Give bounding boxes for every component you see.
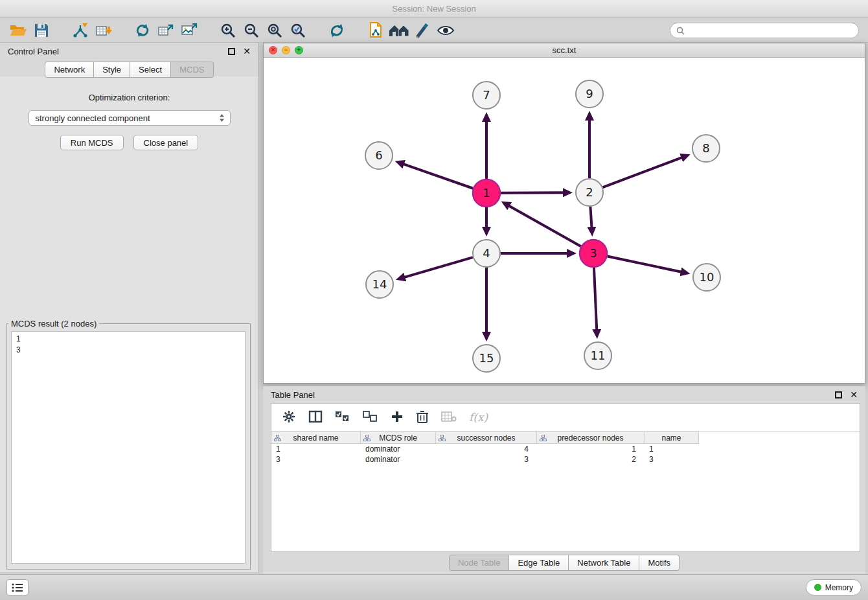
tab-select[interactable]: Select bbox=[130, 62, 171, 78]
minimize-window-icon[interactable]: − bbox=[282, 46, 290, 54]
tab-network-table[interactable]: Network Table bbox=[569, 555, 639, 571]
float-panel-icon[interactable] bbox=[228, 48, 235, 55]
network-window-titlebar: ✕ − + scc.txt bbox=[264, 43, 865, 58]
zoom-out-button[interactable] bbox=[240, 20, 263, 41]
graph-edge[interactable] bbox=[501, 192, 564, 193]
trash-icon bbox=[416, 410, 429, 424]
graph-edge[interactable] bbox=[603, 157, 682, 187]
select-all-icon bbox=[335, 411, 350, 422]
table-panel: Table Panel ✕ f(x) shared name MCDS role… bbox=[263, 386, 865, 574]
column-header-shared-name[interactable]: shared name bbox=[271, 432, 361, 444]
graph-node-label: 15 bbox=[479, 351, 494, 365]
control-panel-header: Control Panel ✕ bbox=[0, 43, 258, 60]
graph-edge[interactable] bbox=[404, 257, 472, 277]
close-table-panel-icon[interactable]: ✕ bbox=[850, 389, 858, 400]
search-field[interactable] bbox=[670, 23, 859, 38]
open-folder-icon bbox=[9, 23, 27, 38]
graph-node-label: 10 bbox=[700, 270, 714, 284]
graph-edge[interactable] bbox=[608, 257, 681, 272]
tab-mcds[interactable]: MCDS bbox=[171, 62, 213, 78]
column-header-mcds-role[interactable]: MCDS role bbox=[361, 432, 436, 444]
tab-network[interactable]: Network bbox=[45, 62, 94, 78]
gear-icon bbox=[282, 410, 296, 424]
table-row[interactable]: 3 dominator 3 2 3 bbox=[271, 454, 860, 465]
add-icon bbox=[391, 410, 404, 423]
clone-network-icon bbox=[367, 21, 384, 40]
zoom-selected-button[interactable] bbox=[286, 20, 310, 41]
graph-edge[interactable] bbox=[509, 206, 581, 247]
import-table-icon bbox=[95, 22, 112, 39]
column-header-name[interactable]: name bbox=[645, 432, 699, 444]
import-network-button[interactable] bbox=[69, 20, 92, 41]
clone-network-button[interactable] bbox=[364, 20, 387, 41]
save-session-button[interactable] bbox=[30, 20, 53, 41]
show-hide-button[interactable] bbox=[434, 20, 457, 41]
status-bar: Memory bbox=[0, 574, 868, 600]
traffic-lights: ✕ − + bbox=[269, 46, 303, 54]
tab-edge-table[interactable]: Edge Table bbox=[509, 555, 569, 571]
run-mcds-button[interactable]: Run MCDS bbox=[60, 135, 124, 150]
export-image-button[interactable] bbox=[177, 20, 201, 41]
tab-motifs[interactable]: Motifs bbox=[639, 555, 680, 571]
zoom-fit-button[interactable] bbox=[263, 20, 286, 41]
zoom-selected-icon bbox=[290, 22, 306, 39]
home-icon bbox=[388, 23, 410, 38]
import-table-button[interactable] bbox=[92, 20, 115, 41]
split-columns-icon bbox=[308, 410, 323, 424]
close-window-icon[interactable]: ✕ bbox=[269, 46, 277, 54]
refresh-button[interactable] bbox=[325, 20, 348, 41]
column-header-predecessor-nodes[interactable]: predecessor nodes bbox=[537, 432, 645, 444]
titlebar: Session: New Session bbox=[0, 0, 868, 18]
select-all-button[interactable] bbox=[335, 411, 350, 424]
memory-button[interactable]: Memory bbox=[806, 579, 862, 595]
optimization-criterion-label: Optimization criterion: bbox=[0, 93, 258, 102]
add-column-button[interactable] bbox=[391, 410, 404, 425]
table-row[interactable]: 1 dominator 4 1 1 bbox=[271, 444, 860, 454]
tab-node-table[interactable]: Node Table bbox=[449, 555, 510, 571]
graph-edge[interactable] bbox=[404, 164, 473, 189]
memory-status-icon bbox=[814, 584, 821, 591]
task-history-button[interactable] bbox=[6, 579, 29, 595]
graph-node-label: 14 bbox=[372, 277, 387, 291]
tab-style[interactable]: Style bbox=[94, 62, 130, 78]
mcds-result-list[interactable]: 1 3 bbox=[11, 331, 246, 564]
save-icon bbox=[34, 23, 49, 38]
network-cycle-button[interactable] bbox=[131, 20, 154, 41]
export-table-button[interactable] bbox=[154, 20, 177, 41]
mcds-result-box: MCDS result (2 nodes) 1 3 bbox=[6, 319, 251, 570]
refresh-icon bbox=[328, 22, 346, 39]
graph-node-label: 4 bbox=[483, 246, 490, 260]
close-panel-button[interactable]: Close panel bbox=[133, 135, 199, 150]
float-table-panel-icon[interactable] bbox=[835, 391, 842, 398]
column-tree-icon bbox=[363, 435, 371, 441]
import-network-icon bbox=[72, 22, 89, 39]
style-brush-icon bbox=[414, 23, 431, 38]
home-button[interactable] bbox=[387, 20, 411, 41]
criterion-select[interactable]: strongly connected component bbox=[29, 110, 231, 126]
column-tree-icon bbox=[274, 435, 281, 441]
graph-edge[interactable] bbox=[594, 268, 597, 330]
function-builder-button[interactable]: f(x) bbox=[469, 411, 488, 424]
network-graph-canvas[interactable]: 7968124314101511 bbox=[264, 58, 865, 383]
table-panel-title: Table Panel bbox=[271, 390, 315, 400]
unselect-all-button[interactable] bbox=[363, 411, 378, 424]
search-input[interactable] bbox=[689, 26, 852, 35]
delete-column-icon bbox=[441, 410, 457, 423]
zoom-fit-icon bbox=[266, 22, 283, 39]
show-columns-button[interactable] bbox=[308, 410, 323, 426]
control-panel-tabs: Network Style Select MCDS bbox=[0, 62, 258, 78]
mcds-result-item: 1 bbox=[16, 334, 240, 345]
close-panel-icon[interactable]: ✕ bbox=[243, 46, 251, 56]
table-settings-button[interactable] bbox=[282, 410, 296, 426]
graph-edge[interactable] bbox=[590, 207, 591, 227]
zoom-in-button[interactable] bbox=[216, 20, 240, 41]
main-toolbar bbox=[0, 19, 868, 43]
open-session-button[interactable] bbox=[6, 20, 30, 41]
graph-node-label: 3 bbox=[589, 246, 597, 260]
graph-node-label: 7 bbox=[483, 88, 490, 102]
delete-column-button[interactable] bbox=[441, 410, 457, 425]
zoom-window-icon[interactable]: + bbox=[295, 46, 303, 54]
column-header-successor-nodes[interactable]: successor nodes bbox=[436, 432, 537, 444]
delete-row-button[interactable] bbox=[416, 410, 429, 426]
style-button[interactable] bbox=[411, 20, 434, 41]
